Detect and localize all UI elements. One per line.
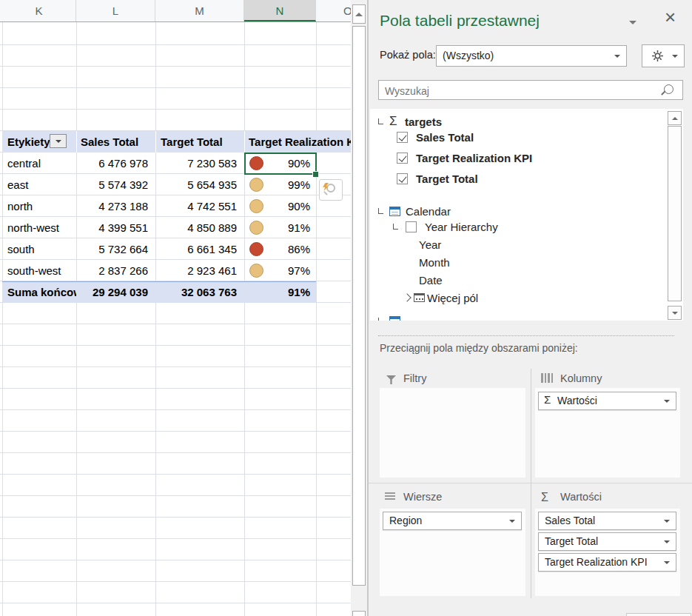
field-group-label: targets (405, 116, 442, 128)
pivot-row-north-west: north-west 4 399 551 4 850 889 91% (2, 217, 351, 238)
columns-field-pill[interactable]: Σ Wartości (538, 392, 676, 410)
pivot-cell-sales[interactable]: 29 294 039 (76, 281, 155, 303)
pivot-cell-target[interactable]: 5 654 935 (155, 174, 244, 195)
pivot-cell-target[interactable]: 4 742 551 (155, 195, 244, 217)
arrow-up-icon (355, 13, 363, 16)
search-box[interactable] (378, 80, 683, 100)
collapse-icon[interactable] (378, 208, 383, 214)
pivot-cell-target[interactable]: 7 230 583 (155, 153, 244, 174)
sigma-icon: Σ (541, 491, 548, 504)
fill-handle[interactable] (312, 171, 319, 178)
scroll-up-button[interactable] (352, 4, 366, 24)
quick-analysis-button[interactable] (319, 179, 343, 201)
pivot-cell-label[interactable]: Suma końcowa (2, 281, 76, 303)
scrollbar-thumb[interactable] (352, 26, 366, 586)
rows-area-label: Wiersze (403, 491, 442, 503)
field-item-target-total[interactable]: Target Total (370, 172, 666, 187)
pivot-cell-sales[interactable]: 4 399 551 (76, 217, 155, 238)
update-button-partial[interactable] (626, 613, 691, 616)
pivot-cell-sales[interactable]: 2 837 266 (76, 260, 155, 281)
quick-analysis-lens-icon (326, 184, 335, 192)
gridline (2, 22, 3, 616)
chevron-down-icon (664, 540, 670, 543)
fieldlist-scrollbar-thumb[interactable] (668, 126, 682, 301)
values-field-pill[interactable]: Target Realization KPI (538, 553, 676, 572)
field-item-label: Year (419, 238, 441, 251)
values-field-pill[interactable]: Target Total (538, 532, 676, 551)
field-group-calendar[interactable]: Calendar (370, 204, 666, 220)
fieldlist-scroll-up-button[interactable] (668, 111, 682, 125)
pivot-header-target[interactable]: Target Total (155, 131, 244, 153)
column-header-L[interactable]: L (76, 0, 155, 21)
pivot-cell-target[interactable]: 4 850 889 (155, 217, 244, 238)
pivot-row-south-west: south-west 2 837 266 2 923 461 97% (2, 260, 351, 281)
row-labels-filter-button[interactable] (50, 134, 67, 148)
pivot-cell-sales[interactable]: 6 476 978 (76, 153, 155, 174)
field-item-year-hierarchy[interactable]: Year Hierarchy (370, 220, 666, 235)
pivot-cell-label[interactable]: south-west (2, 260, 76, 281)
checkbox-icon[interactable] (397, 153, 408, 164)
pivot-header-sales[interactable]: Sales Total (76, 131, 155, 153)
pivot-cell-kpi[interactable]: 99% (244, 174, 316, 195)
field-item-date[interactable]: Date (370, 273, 666, 289)
collapse-icon[interactable] (393, 224, 398, 230)
gridline (76, 22, 77, 616)
column-header-K[interactable]: K (2, 0, 76, 21)
checkbox-icon[interactable] (406, 221, 417, 232)
collapse-icon[interactable] (378, 118, 383, 124)
columns-drop-area[interactable]: Σ Wartości (535, 388, 680, 478)
pane-options-chevron-icon[interactable] (629, 21, 636, 24)
checkbox-icon[interactable] (397, 132, 408, 143)
pivot-cell-sales[interactable]: 5 732 664 (76, 238, 155, 260)
gridline (244, 22, 245, 616)
pivot-cell-label[interactable]: north (2, 195, 76, 217)
pivot-cell-label[interactable]: south (2, 238, 76, 260)
pivot-cell-kpi[interactable]: 91% (244, 281, 316, 303)
pivot-cell-kpi[interactable]: 91% (244, 217, 316, 238)
column-header-O[interactable]: O (316, 0, 351, 21)
pivot-cell-kpi[interactable]: 97% (244, 260, 316, 281)
fieldlist-scroll-down-button[interactable] (668, 306, 682, 320)
pivot-cell-target[interactable]: 2 923 461 (155, 260, 244, 281)
pivot-header-kpi[interactable]: Target Realization KPI (244, 131, 351, 153)
column-header-strip: K L M N O (0, 0, 351, 22)
field-item-year[interactable]: Year (370, 238, 666, 253)
rows-drop-area[interactable]: Region (380, 509, 525, 596)
values-drop-area[interactable]: Sales Total Target Total Target Realizat… (535, 509, 680, 596)
kpi-status-icon (249, 221, 263, 235)
pivot-cell-sales[interactable]: 5 574 392 (76, 174, 155, 195)
field-item-target-realization-kpi[interactable]: Target Realization KPI (370, 151, 666, 167)
pivot-cell-label[interactable]: north-west (2, 217, 76, 238)
pill-label: Target Total (545, 533, 598, 550)
checkbox-icon[interactable] (397, 173, 408, 184)
field-item-sales-total[interactable]: Sales Total (370, 130, 666, 146)
values-field-pill[interactable]: Sales Total (538, 512, 676, 530)
kpi-percent: 99% (288, 178, 310, 191)
column-header-M[interactable]: M (155, 0, 244, 21)
tools-gear-button[interactable] (642, 44, 685, 67)
field-group-partial[interactable] (370, 314, 666, 321)
pivot-cell-kpi[interactable]: 86% (244, 238, 316, 260)
field-group-targets[interactable]: Σ targets (370, 115, 666, 130)
field-item-more-fields[interactable]: Więcej pól (370, 291, 666, 307)
rows-field-pill[interactable]: Region (383, 512, 522, 530)
sheet-vertical-scrollbar[interactable] (351, 0, 368, 616)
kpi-status-icon (249, 242, 263, 256)
pivot-cell-target[interactable]: 32 063 763 (155, 281, 244, 303)
pivot-cell-target[interactable]: 6 661 345 (155, 238, 244, 260)
check-mark-icon (398, 153, 406, 162)
scroll-down-button[interactable] (352, 611, 366, 616)
pane-close-icon[interactable]: × (665, 7, 676, 27)
filters-drop-area[interactable] (380, 388, 525, 478)
field-item-month[interactable]: Month (370, 255, 666, 271)
pane-title: Pola tabeli przestawnej (380, 12, 540, 30)
quick-analysis-lens-handle (323, 191, 328, 195)
pivot-cell-kpi[interactable]: 90% (244, 195, 316, 217)
expand-icon[interactable] (403, 293, 411, 301)
show-fields-dropdown[interactable]: (Wszystko) (436, 45, 627, 67)
pivot-cell-label[interactable]: east (2, 174, 76, 195)
search-input[interactable] (383, 83, 660, 98)
pivot-cell-label[interactable]: central (2, 153, 76, 174)
column-header-N-selected[interactable]: N (244, 0, 316, 21)
pivot-cell-sales[interactable]: 4 273 188 (76, 195, 155, 217)
